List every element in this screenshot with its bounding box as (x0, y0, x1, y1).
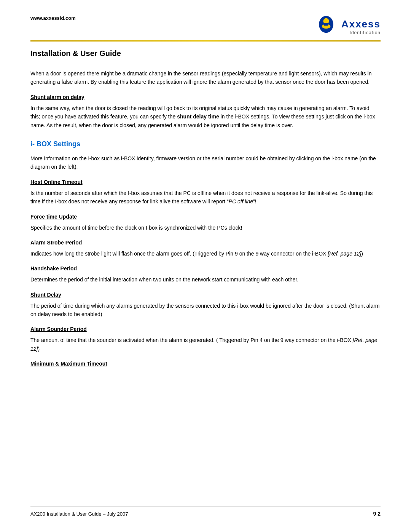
logo-text: Axxess Identification (341, 18, 381, 35)
handshake-heading: Handshake Period (30, 265, 381, 272)
footer-page-number: 9 2 (373, 511, 381, 517)
alarm-strobe-section: Alarm Strobe Period Indicates how long t… (30, 240, 381, 258)
shunt-alarm-text: In the same way, when the door is closed… (30, 104, 381, 129)
svg-rect-4 (324, 23, 328, 26)
logo-name: Axxess (341, 18, 381, 30)
shunt-alarm-section: Shunt alarm on delay In the same way, wh… (30, 94, 381, 129)
min-max-section: Minimum & Maximum Timeout (30, 361, 381, 367)
intro-paragraph: When a door is opened there might be a d… (30, 69, 381, 86)
shunt-delay-section: Shunt Delay The period of time during wh… (30, 292, 381, 319)
logo-area: Axxess Identification (315, 15, 381, 38)
shunt-delay-text: The period of time during which any alar… (30, 302, 381, 319)
host-online-heading: Host Online Timeout (30, 179, 381, 185)
host-online-text: Is the number of seconds after which the… (30, 189, 381, 206)
page-title: Installation & User Guide (30, 49, 381, 58)
header-divider (30, 40, 381, 42)
force-time-text: Specifies the amount of time before the … (30, 224, 381, 232)
alarm-sounder-text: The amount of time that the sounder is a… (30, 336, 381, 353)
header: www.axxessid.com Axxess Identification (30, 15, 381, 38)
axxess-logo-icon (315, 15, 338, 38)
host-online-section: Host Online Timeout Is the number of sec… (30, 179, 381, 206)
alarm-sounder-heading: Alarm Sounder Period (30, 326, 381, 332)
footer-left: AX200 Installation & User Guide – July 2… (30, 511, 128, 517)
alarm-strobe-heading: Alarm Strobe Period (30, 240, 381, 246)
force-time-section: Force time Update Specifies the amount o… (30, 214, 381, 232)
website-url: www.axxessid.com (30, 15, 76, 21)
content-area: When a door is opened there might be a d… (30, 69, 381, 367)
logo-tagline: Identification (341, 30, 381, 35)
force-time-heading: Force time Update (30, 214, 381, 220)
page: www.axxessid.com Axxess Identification (0, 0, 411, 532)
ibox-heading: i- BOX Settings (30, 140, 381, 148)
min-max-heading: Minimum & Maximum Timeout (30, 361, 381, 367)
handshake-text: Determines the period of the initial int… (30, 275, 381, 284)
shunt-alarm-heading: Shunt alarm on delay (30, 94, 381, 100)
alarm-strobe-text: Indicates how long the strobe light will… (30, 249, 381, 258)
ibox-intro: More information on the i-box such as i-… (30, 154, 381, 171)
footer: AX200 Installation & User Guide – July 2… (30, 506, 381, 517)
alarm-sounder-section: Alarm Sounder Period The amount of time … (30, 326, 381, 353)
handshake-section: Handshake Period Determines the period o… (30, 265, 381, 284)
shunt-delay-heading: Shunt Delay (30, 292, 381, 298)
